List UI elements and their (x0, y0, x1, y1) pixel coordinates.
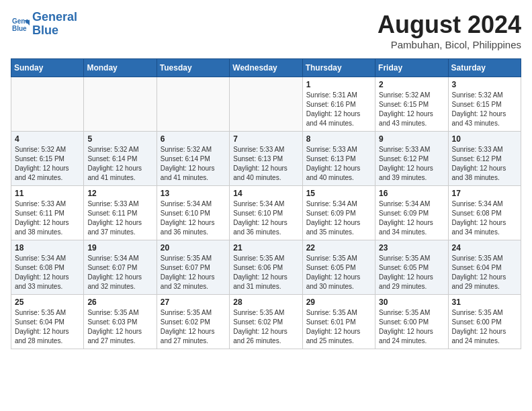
day-info: Sunrise: 5:35 AM Sunset: 6:04 PM Dayligh… (452, 254, 517, 291)
day-number: 21 (233, 243, 298, 253)
day-info: Sunrise: 5:35 AM Sunset: 6:03 PM Dayligh… (87, 308, 152, 346)
calendar-table: SundayMondayTuesdayWednesdayThursdayFrid… (11, 58, 521, 349)
calendar-cell: 14Sunrise: 5:34 AM Sunset: 6:10 PM Dayli… (230, 186, 302, 240)
day-info: Sunrise: 5:35 AM Sunset: 6:04 PM Dayligh… (15, 308, 80, 346)
calendar-cell: 8Sunrise: 5:33 AM Sunset: 6:13 PM Daylig… (302, 132, 375, 186)
calendar-cell: 7Sunrise: 5:33 AM Sunset: 6:13 PM Daylig… (230, 132, 302, 186)
day-info: Sunrise: 5:33 AM Sunset: 6:11 PM Dayligh… (15, 199, 80, 237)
calendar-cell: 4Sunrise: 5:32 AM Sunset: 6:15 PM Daylig… (11, 132, 84, 186)
day-info: Sunrise: 5:32 AM Sunset: 6:14 PM Dayligh… (161, 145, 226, 183)
calendar-cell (11, 77, 84, 132)
calendar-week-row: 11Sunrise: 5:33 AM Sunset: 6:11 PM Dayli… (11, 186, 521, 240)
page-header: General Blue GeneralBlue August 2024 Pam… (11, 11, 521, 50)
calendar-cell (84, 77, 157, 132)
day-info: Sunrise: 5:34 AM Sunset: 6:08 PM Dayligh… (452, 199, 517, 237)
title-block: August 2024 Pambuhan, Bicol, Philippines (378, 11, 521, 50)
day-number: 29 (306, 298, 371, 307)
day-number: 2 (379, 80, 444, 89)
calendar-cell: 18Sunrise: 5:34 AM Sunset: 6:08 PM Dayli… (11, 240, 84, 295)
calendar-cell: 5Sunrise: 5:32 AM Sunset: 6:14 PM Daylig… (84, 132, 157, 186)
day-info: Sunrise: 5:33 AM Sunset: 6:11 PM Dayligh… (87, 199, 152, 237)
calendar-cell: 24Sunrise: 5:35 AM Sunset: 6:04 PM Dayli… (448, 240, 521, 295)
calendar-cell: 13Sunrise: 5:34 AM Sunset: 6:10 PM Dayli… (157, 186, 229, 240)
day-number: 8 (306, 134, 371, 144)
day-number: 11 (15, 189, 80, 198)
day-number: 30 (379, 298, 444, 307)
day-number: 25 (15, 298, 80, 307)
calendar-cell: 19Sunrise: 5:34 AM Sunset: 6:07 PM Dayli… (84, 240, 157, 295)
day-info: Sunrise: 5:34 AM Sunset: 6:07 PM Dayligh… (87, 254, 152, 291)
day-number: 10 (452, 134, 517, 144)
day-info: Sunrise: 5:35 AM Sunset: 6:06 PM Dayligh… (233, 254, 298, 291)
calendar-cell: 10Sunrise: 5:33 AM Sunset: 6:12 PM Dayli… (448, 132, 521, 186)
calendar-cell: 3Sunrise: 5:32 AM Sunset: 6:15 PM Daylig… (448, 77, 521, 132)
weekday-header-saturday: Saturday (448, 59, 521, 77)
calendar-cell: 9Sunrise: 5:33 AM Sunset: 6:12 PM Daylig… (375, 132, 448, 186)
day-number: 9 (379, 134, 444, 144)
calendar-cell: 29Sunrise: 5:35 AM Sunset: 6:01 PM Dayli… (302, 295, 375, 349)
calendar-cell: 16Sunrise: 5:34 AM Sunset: 6:09 PM Dayli… (375, 186, 448, 240)
day-info: Sunrise: 5:34 AM Sunset: 6:09 PM Dayligh… (379, 199, 444, 237)
day-number: 1 (306, 80, 371, 89)
calendar-cell: 28Sunrise: 5:35 AM Sunset: 6:02 PM Dayli… (230, 295, 302, 349)
day-info: Sunrise: 5:35 AM Sunset: 6:02 PM Dayligh… (233, 308, 298, 346)
day-number: 23 (379, 243, 444, 253)
day-info: Sunrise: 5:35 AM Sunset: 6:00 PM Dayligh… (452, 308, 517, 346)
day-number: 5 (87, 134, 152, 144)
calendar-cell: 6Sunrise: 5:32 AM Sunset: 6:14 PM Daylig… (157, 132, 229, 186)
location: Pambuhan, Bicol, Philippines (378, 39, 521, 50)
day-info: Sunrise: 5:33 AM Sunset: 6:13 PM Dayligh… (233, 145, 298, 183)
calendar-cell: 11Sunrise: 5:33 AM Sunset: 6:11 PM Dayli… (11, 186, 84, 240)
logo-text: GeneralBlue (32, 11, 77, 38)
calendar-week-row: 25Sunrise: 5:35 AM Sunset: 6:04 PM Dayli… (11, 295, 521, 349)
day-number: 3 (452, 80, 517, 89)
day-number: 26 (87, 298, 152, 307)
day-info: Sunrise: 5:34 AM Sunset: 6:10 PM Dayligh… (233, 199, 298, 237)
day-info: Sunrise: 5:35 AM Sunset: 6:05 PM Dayligh… (379, 254, 444, 291)
day-number: 28 (233, 298, 298, 307)
day-info: Sunrise: 5:34 AM Sunset: 6:08 PM Dayligh… (15, 254, 80, 291)
day-info: Sunrise: 5:32 AM Sunset: 6:15 PM Dayligh… (452, 91, 517, 128)
calendar-cell (157, 77, 229, 132)
day-number: 31 (452, 298, 517, 307)
weekday-header-row: SundayMondayTuesdayWednesdayThursdayFrid… (11, 59, 521, 77)
calendar-week-row: 1Sunrise: 5:31 AM Sunset: 6:16 PM Daylig… (11, 77, 521, 132)
day-info: Sunrise: 5:33 AM Sunset: 6:12 PM Dayligh… (452, 145, 517, 183)
calendar-cell: 17Sunrise: 5:34 AM Sunset: 6:08 PM Dayli… (448, 186, 521, 240)
day-number: 7 (233, 134, 298, 144)
calendar-cell: 30Sunrise: 5:35 AM Sunset: 6:00 PM Dayli… (375, 295, 448, 349)
calendar-cell: 23Sunrise: 5:35 AM Sunset: 6:05 PM Dayli… (375, 240, 448, 295)
calendar-cell: 21Sunrise: 5:35 AM Sunset: 6:06 PM Dayli… (230, 240, 302, 295)
day-number: 22 (306, 243, 371, 253)
calendar-cell: 2Sunrise: 5:32 AM Sunset: 6:15 PM Daylig… (375, 77, 448, 132)
day-info: Sunrise: 5:32 AM Sunset: 6:15 PM Dayligh… (15, 145, 80, 183)
day-number: 14 (233, 189, 298, 198)
weekday-header-thursday: Thursday (302, 59, 375, 77)
weekday-header-friday: Friday (375, 59, 448, 77)
calendar-cell: 12Sunrise: 5:33 AM Sunset: 6:11 PM Dayli… (84, 186, 157, 240)
svg-text:Blue: Blue (12, 25, 27, 32)
day-info: Sunrise: 5:35 AM Sunset: 6:07 PM Dayligh… (161, 254, 226, 291)
logo: General Blue GeneralBlue (11, 11, 77, 38)
day-number: 4 (15, 134, 80, 144)
day-info: Sunrise: 5:34 AM Sunset: 6:10 PM Dayligh… (161, 199, 226, 237)
day-info: Sunrise: 5:35 AM Sunset: 6:05 PM Dayligh… (306, 254, 371, 291)
month-title: August 2024 (378, 11, 521, 39)
calendar-cell: 15Sunrise: 5:34 AM Sunset: 6:09 PM Dayli… (302, 186, 375, 240)
calendar-cell: 1Sunrise: 5:31 AM Sunset: 6:16 PM Daylig… (302, 77, 375, 132)
calendar-cell: 26Sunrise: 5:35 AM Sunset: 6:03 PM Dayli… (84, 295, 157, 349)
logo-icon: General Blue (11, 15, 30, 34)
calendar-cell: 31Sunrise: 5:35 AM Sunset: 6:00 PM Dayli… (448, 295, 521, 349)
calendar-cell: 22Sunrise: 5:35 AM Sunset: 6:05 PM Dayli… (302, 240, 375, 295)
weekday-header-monday: Monday (84, 59, 157, 77)
day-info: Sunrise: 5:32 AM Sunset: 6:15 PM Dayligh… (379, 91, 444, 128)
day-number: 27 (161, 298, 226, 307)
calendar-cell: 27Sunrise: 5:35 AM Sunset: 6:02 PM Dayli… (157, 295, 229, 349)
calendar-cell (230, 77, 302, 132)
day-info: Sunrise: 5:31 AM Sunset: 6:16 PM Dayligh… (306, 91, 371, 128)
day-number: 19 (87, 243, 152, 253)
weekday-header-tuesday: Tuesday (157, 59, 229, 77)
day-info: Sunrise: 5:35 AM Sunset: 6:01 PM Dayligh… (306, 308, 371, 346)
day-number: 6 (161, 134, 226, 144)
calendar-week-row: 18Sunrise: 5:34 AM Sunset: 6:08 PM Dayli… (11, 240, 521, 295)
